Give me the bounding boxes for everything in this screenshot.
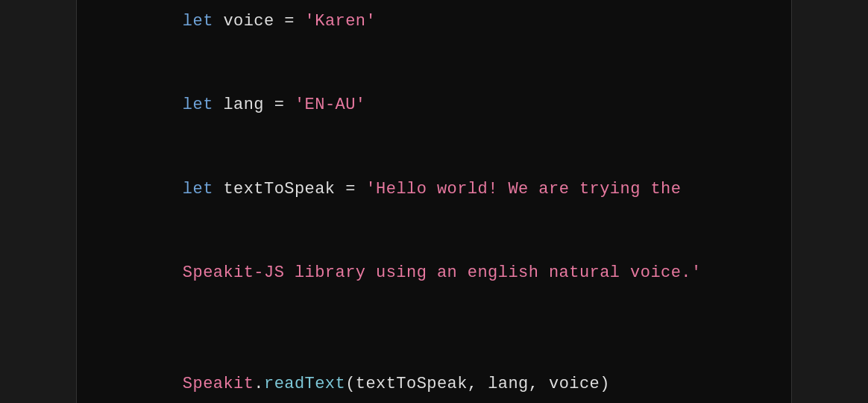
op-eq-3: = <box>345 180 356 199</box>
dot-separator: . <box>254 375 264 393</box>
var-lang: lang <box>213 96 274 114</box>
obj-speakit: Speakit <box>183 375 254 393</box>
var-voice: voice <box>213 12 285 31</box>
str-karen: 'Karen' <box>295 12 376 31</box>
code-block: let voice = 'Karen' let lang = 'EN-AU' l… <box>77 0 791 403</box>
op-eq-2: = <box>274 96 285 114</box>
str-hello-world: 'Hello world! We are trying the <box>356 180 682 199</box>
code-line-6: Speakit.readText(textToSpeak, lang, voic… <box>122 343 746 403</box>
op-eq-1: = <box>284 12 295 31</box>
keyword-let-3: let <box>183 180 213 199</box>
str-speakit-line: Speakit-JS library using an english natu… <box>183 263 702 282</box>
code-line-4: Speakit-JS library using an english natu… <box>122 231 746 314</box>
code-line-1: let voice = 'Karen' <box>122 0 746 63</box>
code-window: let voice = 'Karen' let lang = 'EN-AU' l… <box>76 0 792 403</box>
code-line-3: let textToSpeak = 'Hello world! We are t… <box>122 147 746 231</box>
method-readtext: readText <box>264 375 345 393</box>
blank-line-1 <box>122 315 746 343</box>
var-texttospeak: textToSpeak <box>213 180 345 199</box>
keyword-let-2: let <box>183 96 213 114</box>
code-line-2: let lang = 'EN-AU' <box>122 63 746 147</box>
keyword-let-1: let <box>183 12 213 31</box>
method-args: (textToSpeak, lang, voice) <box>345 375 610 393</box>
str-en-au: 'EN-AU' <box>284 96 365 114</box>
